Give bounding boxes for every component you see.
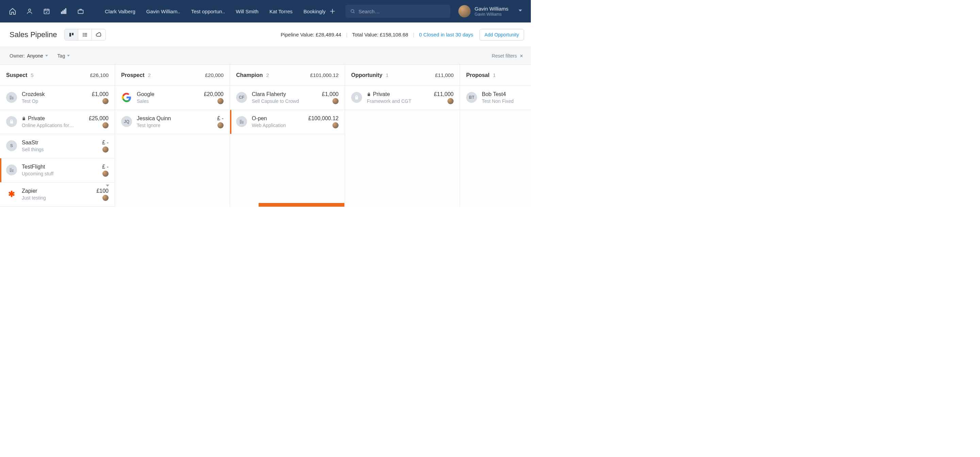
opportunity-card[interactable]: CFClara Flaherty£1,000Sell Capsule to Cr…	[230, 86, 345, 110]
card-value: £ -	[102, 140, 108, 146]
column-name: Suspect	[6, 72, 27, 78]
svg-point-11	[83, 34, 83, 35]
owner-avatar	[102, 98, 108, 104]
opportunity-card[interactable]: TestFlight£ -Upcoming stuff	[0, 158, 115, 182]
avatar	[458, 5, 471, 18]
card-value: £1,000	[322, 91, 339, 97]
owner-avatar	[102, 195, 108, 201]
card-subtitle: Framework and CGT	[367, 98, 411, 104]
card-value: £100	[96, 188, 108, 194]
letter-avatar: BT	[466, 92, 477, 103]
svg-point-7	[351, 10, 354, 13]
column-count: 5	[30, 72, 33, 78]
top-nav: Clark ValbergGavin William..Test opportu…	[0, 0, 531, 22]
card-title: Google	[137, 91, 154, 97]
chart-icon[interactable]	[60, 8, 67, 15]
owner-avatar	[102, 122, 108, 128]
building-avatar	[236, 116, 247, 127]
user-subname: Gavin Williams	[475, 12, 508, 17]
card-subtitle: Sales	[137, 98, 149, 104]
briefcase-icon[interactable]	[77, 8, 84, 15]
lock-avatar	[6, 116, 17, 127]
svg-rect-4	[64, 10, 65, 14]
column-header: Opportunity1£11,000	[345, 65, 460, 86]
nav-link[interactable]: Clark Valberg	[105, 8, 135, 14]
owner-avatar	[218, 98, 224, 104]
opportunity-card[interactable]: BTBob Test4Test Non Fixed	[460, 86, 531, 110]
view-list-button[interactable]	[78, 29, 92, 40]
opportunity-card[interactable]: Crozdesk£1,000Test Op	[0, 86, 115, 110]
column-total: £101,000.12	[310, 72, 339, 78]
card-subtitle: Upcoming stuff	[22, 171, 53, 176]
person-icon[interactable]	[26, 8, 33, 15]
sub-header: Sales Pipeline Pipeline Value: £28,489.4…	[0, 22, 531, 47]
tag-filter[interactable]: Tag	[57, 53, 70, 59]
add-opportunity-button[interactable]: Add Opportunity	[479, 29, 524, 40]
view-kanban-button[interactable]	[65, 29, 78, 40]
column-total: £11,000	[435, 72, 453, 78]
letter-avatar: JQ	[121, 116, 132, 127]
card-title: Jessica Quinn	[137, 115, 171, 121]
svg-point-10	[83, 33, 83, 34]
opportunity-card[interactable]: Private£25,000Online Applications for…	[0, 110, 115, 134]
filter-bar: Owner: Anyone Tag Reset filters	[0, 47, 531, 65]
card-value: £ -	[102, 164, 108, 170]
nav-link[interactable]: Bookingly	[304, 8, 326, 14]
opportunity-card[interactable]: SSaaStr£ -Sell things	[0, 134, 115, 158]
search-input[interactable]	[358, 8, 445, 14]
column-count: 2	[266, 72, 269, 78]
svg-rect-1	[44, 9, 49, 14]
column-header: Champion2£101,000.12	[230, 65, 345, 86]
cloud-icon	[95, 32, 102, 38]
column-count: 1	[493, 72, 495, 78]
card-value: £1,000	[92, 91, 108, 97]
nav-icon-group	[9, 8, 84, 15]
column-total: £20,000	[205, 72, 224, 78]
pipeline-column: Proposal1BTBob Test4Test Non Fixed	[460, 65, 531, 207]
opportunity-card[interactable]: Private£11,000Framework and CGT	[345, 86, 460, 110]
pipeline-value-label: Pipeline Value: £28,489.44	[281, 32, 341, 37]
owner-avatar	[102, 171, 108, 177]
zapier-avatar: ✱	[6, 189, 17, 200]
column-count: 1	[386, 72, 388, 78]
owner-avatar	[102, 147, 108, 153]
list-icon	[82, 32, 88, 37]
view-toggle	[64, 29, 106, 40]
reset-filters[interactable]: Reset filters	[492, 53, 523, 59]
user-name-block: Gavin Williams Gavin Williams	[475, 6, 508, 17]
card-title: Clara Flaherty	[252, 91, 286, 97]
card-title: Private	[373, 91, 390, 97]
card-title: O-pen	[252, 115, 267, 121]
opportunity-card[interactable]: ✱Zapier£100Just testing	[0, 182, 115, 207]
card-subtitle: Just testing	[22, 195, 46, 201]
nav-link[interactable]: Gavin William..	[146, 8, 180, 14]
card-subtitle: Sell things	[22, 147, 44, 152]
user-menu[interactable]: Gavin Williams Gavin Williams	[458, 5, 522, 18]
svg-point-0	[29, 9, 31, 11]
owner-filter[interactable]: Owner: Anyone	[10, 53, 48, 59]
chevron-down-icon[interactable]	[106, 185, 109, 187]
letter-avatar: CF	[236, 92, 247, 103]
owner-avatar	[447, 98, 453, 104]
home-icon[interactable]	[9, 8, 16, 15]
opportunity-card[interactable]: Google£20,000Sales	[115, 86, 230, 110]
opportunity-card[interactable]: O-pen£100,000.12Web Application	[230, 110, 345, 134]
closed-link[interactable]: 0 Closed in last 30 days	[419, 32, 473, 37]
card-subtitle: Test Ignore	[137, 123, 160, 128]
view-cloud-button[interactable]	[92, 29, 105, 40]
nav-link[interactable]: Test opportun..	[191, 8, 225, 14]
add-icon[interactable]	[329, 8, 345, 14]
close-icon	[520, 53, 523, 59]
calendar-icon[interactable]	[43, 8, 50, 15]
nav-link[interactable]: Kat Torres	[269, 8, 293, 14]
card-title: Zapier	[22, 188, 37, 194]
search-box[interactable]	[345, 5, 450, 18]
nav-link[interactable]: Will Smith	[236, 8, 259, 14]
card-title: Bob Test4	[482, 91, 506, 97]
opportunity-card[interactable]: JQJessica Quinn£ -Test Ignore	[115, 110, 230, 134]
column-count: 2	[148, 72, 150, 78]
column-name: Proposal	[466, 72, 489, 78]
pipeline-column: Champion2£101,000.12CFClara Flaherty£1,0…	[230, 65, 345, 207]
column-name: Champion	[236, 72, 263, 78]
card-title: SaaStr	[22, 140, 38, 146]
